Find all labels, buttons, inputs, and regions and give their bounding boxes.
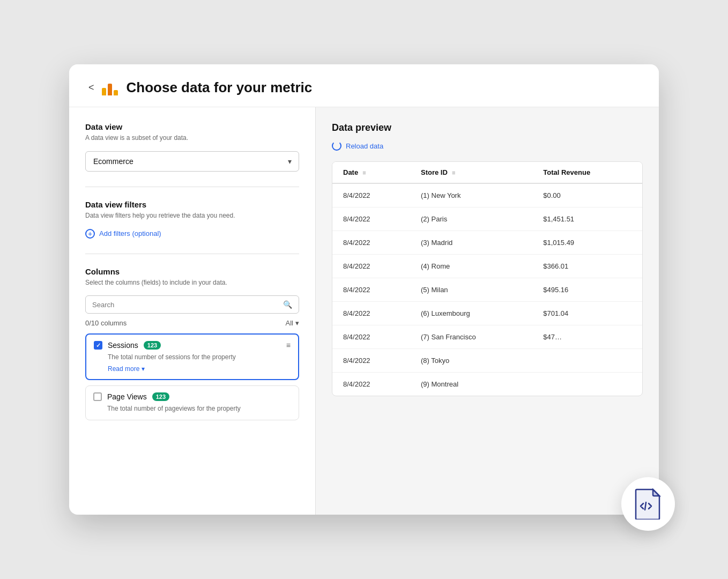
table-cell-1-0: 8/4/2022 xyxy=(332,207,410,231)
column-name-sessions: Sessions xyxy=(108,341,138,350)
data-view-select-wrapper: Ecommerce Marketing Sales Default ▾ xyxy=(85,151,299,172)
checkbox-sessions[interactable]: ✓ xyxy=(94,341,102,350)
preview-table: Date ≡ Store ID ≡ xyxy=(332,162,642,396)
data-view-section: Data view A data view is a subset of you… xyxy=(85,122,299,172)
table-cell-4-1: (5) Milan xyxy=(410,278,532,302)
table-row: 8/4/2022(8) Tokyo xyxy=(332,349,642,373)
search-input[interactable] xyxy=(92,301,279,309)
table-cell-3-2: $366.01 xyxy=(532,255,642,278)
reload-label: Reload data xyxy=(346,142,383,150)
table-cell-1-1: (2) Paris xyxy=(410,207,532,231)
table-cell-7-1: (8) Tokyo xyxy=(410,349,532,373)
modal-header: < Choose data for your metric xyxy=(69,64,659,107)
code-file-svg xyxy=(635,488,662,519)
column-item-pageviews[interactable]: Page Views 123 The total number of pagev… xyxy=(85,385,299,420)
table-cell-6-2: $47… xyxy=(532,325,642,349)
search-icon: 🔍 xyxy=(283,300,292,309)
col-revenue-label: Total Revenue xyxy=(543,168,590,176)
columns-title: Columns xyxy=(85,267,299,276)
columns-section: Columns Select the columns (fields) to i… xyxy=(85,267,299,420)
table-row: 8/4/2022(3) Madrid$1,015.49 xyxy=(332,231,642,255)
add-filters-button[interactable]: + Add filters (optional) xyxy=(85,229,161,239)
table-cell-2-0: 8/4/2022 xyxy=(332,231,410,255)
page-title: Choose data for your metric xyxy=(127,79,313,96)
table-cell-2-2: $1,015.49 xyxy=(532,231,642,255)
col-date-label: Date xyxy=(343,168,358,176)
reload-button[interactable]: Reload data xyxy=(332,141,383,151)
right-panel: Data preview Reload data Date ≡ xyxy=(316,107,659,515)
data-table: Date ≡ Store ID ≡ xyxy=(332,161,643,396)
table-cell-4-2: $495.16 xyxy=(532,278,642,302)
table-cell-7-0: 8/4/2022 xyxy=(332,349,410,373)
table-cell-8-2 xyxy=(532,373,642,396)
floating-code-icon xyxy=(621,477,675,531)
table-row: 8/4/2022(1) New York$0.00 xyxy=(332,183,642,207)
table-cell-6-0: 8/4/2022 xyxy=(332,325,410,349)
pageviews-badge: 123 xyxy=(152,392,169,401)
table-row: 8/4/2022(6) Luxembourg$701.04 xyxy=(332,302,642,325)
columns-meta: 0/10 columns All ▾ xyxy=(85,319,299,327)
table-row: 8/4/2022(2) Paris$1,451.51 xyxy=(332,207,642,231)
table-cell-5-2: $701.04 xyxy=(532,302,642,325)
plus-circle-icon: + xyxy=(85,229,95,239)
table-cell-0-1: (1) New York xyxy=(410,183,532,207)
table-row: 8/4/2022(9) Montreal xyxy=(332,373,642,396)
filters-desc: Data view filters help you retrieve the … xyxy=(85,211,299,220)
filters-section: Data view filters Data view filters help… xyxy=(85,200,299,239)
col-date-filter-icon[interactable]: ≡ xyxy=(362,169,366,176)
analytics-icon xyxy=(102,80,119,95)
checkbox-pageviews[interactable] xyxy=(93,392,102,401)
all-label: All xyxy=(286,319,293,327)
column-filter-icon-sessions[interactable]: ≡ xyxy=(286,341,291,350)
column-name-pageviews: Page Views xyxy=(107,392,147,401)
modal-body: Data view A data view is a subset of you… xyxy=(69,107,659,515)
reload-icon xyxy=(332,141,341,151)
table-cell-5-0: 8/4/2022 xyxy=(332,302,410,325)
divider-1 xyxy=(85,187,299,187)
dropdown-arrow-icon: ▾ xyxy=(295,319,299,327)
filters-title: Data view filters xyxy=(85,200,299,209)
table-cell-0-0: 8/4/2022 xyxy=(332,183,410,207)
read-more-sessions[interactable]: Read more ▾ xyxy=(108,365,145,373)
table-cell-5-1: (6) Luxembourg xyxy=(410,302,532,325)
col-header-date: Date ≡ xyxy=(332,162,410,183)
col-storeid-filter-icon[interactable]: ≡ xyxy=(452,169,455,176)
table-body: 8/4/2022(1) New York$0.008/4/2022(2) Par… xyxy=(332,183,642,396)
table-cell-1-2: $1,451.51 xyxy=(532,207,642,231)
table-cell-6-1: (7) San Francisco xyxy=(410,325,532,349)
columns-count: 0/10 columns xyxy=(85,319,127,327)
checkmark-icon: ✓ xyxy=(96,342,101,349)
table-cell-8-0: 8/4/2022 xyxy=(332,373,410,396)
table-cell-8-1: (9) Montreal xyxy=(410,373,532,396)
table-cell-7-2 xyxy=(532,349,642,373)
col-header-storeid: Store ID ≡ xyxy=(410,162,532,183)
data-view-select[interactable]: Ecommerce Marketing Sales Default xyxy=(85,151,299,172)
preview-title: Data preview xyxy=(332,122,643,133)
sessions-desc: The total number of sessions for the pro… xyxy=(108,353,291,362)
column-item-sessions[interactable]: ✓ Sessions 123 ≡ The total number of ses… xyxy=(85,333,299,380)
table-cell-3-1: (4) Rome xyxy=(410,255,532,278)
pageviews-desc: The total number of pageviews for the pr… xyxy=(107,404,291,413)
column-item-header-pageviews: Page Views 123 xyxy=(93,392,291,401)
table-header-row: Date ≡ Store ID ≡ xyxy=(332,162,642,183)
data-view-title: Data view xyxy=(85,122,299,131)
table-cell-4-0: 8/4/2022 xyxy=(332,278,410,302)
back-button[interactable]: < xyxy=(88,82,94,93)
sessions-badge: 123 xyxy=(144,341,161,350)
search-box: 🔍 xyxy=(85,295,299,314)
divider-2 xyxy=(85,254,299,254)
table-cell-2-1: (3) Madrid xyxy=(410,231,532,255)
column-item-header-sessions: ✓ Sessions 123 ≡ xyxy=(94,341,291,350)
table-cell-3-0: 8/4/2022 xyxy=(332,255,410,278)
table-row: 8/4/2022(4) Rome$366.01 xyxy=(332,255,642,278)
all-filter-dropdown[interactable]: All ▾ xyxy=(286,319,299,327)
data-view-desc: A data view is a subset of your data. xyxy=(85,133,299,143)
table-row: 8/4/2022(5) Milan$495.16 xyxy=(332,278,642,302)
add-filters-label: Add filters (optional) xyxy=(99,229,161,237)
col-header-revenue: Total Revenue xyxy=(532,162,642,183)
main-modal: < Choose data for your metric Data view … xyxy=(69,64,659,515)
read-more-label: Read more xyxy=(108,365,139,373)
left-panel: Data view A data view is a subset of you… xyxy=(69,107,316,515)
modal-wrapper: < Choose data for your metric Data view … xyxy=(69,64,659,515)
table-row: 8/4/2022(7) San Francisco$47… xyxy=(332,325,642,349)
